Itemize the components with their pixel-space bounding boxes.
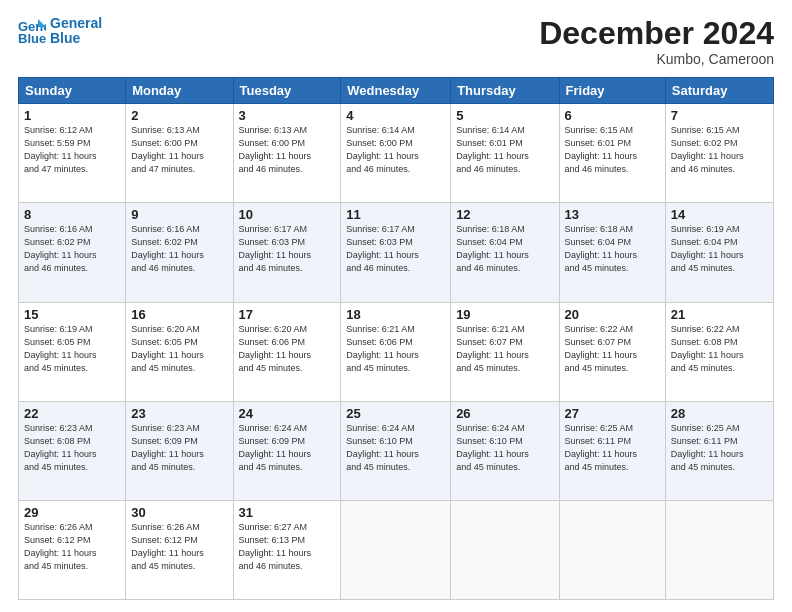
day-number: 23 (131, 406, 227, 421)
calendar-week-row: 22Sunrise: 6:23 AM Sunset: 6:08 PM Dayli… (19, 401, 774, 500)
day-number: 27 (565, 406, 660, 421)
calendar-cell: 10Sunrise: 6:17 AM Sunset: 6:03 PM Dayli… (233, 203, 341, 302)
calendar-cell: 6Sunrise: 6:15 AM Sunset: 6:01 PM Daylig… (559, 104, 665, 203)
day-number: 25 (346, 406, 445, 421)
day-detail: Sunrise: 6:24 AM Sunset: 6:10 PM Dayligh… (346, 422, 445, 474)
day-number: 16 (131, 307, 227, 322)
day-detail: Sunrise: 6:13 AM Sunset: 6:00 PM Dayligh… (131, 124, 227, 176)
page-header: General Blue General Blue December 2024 … (18, 16, 774, 67)
day-detail: Sunrise: 6:21 AM Sunset: 6:06 PM Dayligh… (346, 323, 445, 375)
day-number: 29 (24, 505, 120, 520)
day-number: 22 (24, 406, 120, 421)
calendar-cell: 27Sunrise: 6:25 AM Sunset: 6:11 PM Dayli… (559, 401, 665, 500)
weekday-header-friday: Friday (559, 78, 665, 104)
day-number: 19 (456, 307, 553, 322)
day-number: 9 (131, 207, 227, 222)
weekday-header-saturday: Saturday (665, 78, 773, 104)
svg-text:Blue: Blue (18, 31, 46, 45)
calendar-table: SundayMondayTuesdayWednesdayThursdayFrid… (18, 77, 774, 600)
calendar-week-row: 15Sunrise: 6:19 AM Sunset: 6:05 PM Dayli… (19, 302, 774, 401)
day-detail: Sunrise: 6:18 AM Sunset: 6:04 PM Dayligh… (565, 223, 660, 275)
day-number: 8 (24, 207, 120, 222)
calendar-cell: 28Sunrise: 6:25 AM Sunset: 6:11 PM Dayli… (665, 401, 773, 500)
day-detail: Sunrise: 6:15 AM Sunset: 6:02 PM Dayligh… (671, 124, 768, 176)
calendar-week-row: 8Sunrise: 6:16 AM Sunset: 6:02 PM Daylig… (19, 203, 774, 302)
day-number: 15 (24, 307, 120, 322)
calendar-cell: 24Sunrise: 6:24 AM Sunset: 6:09 PM Dayli… (233, 401, 341, 500)
day-number: 12 (456, 207, 553, 222)
calendar-cell: 23Sunrise: 6:23 AM Sunset: 6:09 PM Dayli… (126, 401, 233, 500)
day-detail: Sunrise: 6:13 AM Sunset: 6:00 PM Dayligh… (239, 124, 336, 176)
calendar-cell: 3Sunrise: 6:13 AM Sunset: 6:00 PM Daylig… (233, 104, 341, 203)
calendar-cell: 16Sunrise: 6:20 AM Sunset: 6:05 PM Dayli… (126, 302, 233, 401)
day-detail: Sunrise: 6:17 AM Sunset: 6:03 PM Dayligh… (239, 223, 336, 275)
day-number: 17 (239, 307, 336, 322)
calendar-cell: 21Sunrise: 6:22 AM Sunset: 6:08 PM Dayli… (665, 302, 773, 401)
day-detail: Sunrise: 6:18 AM Sunset: 6:04 PM Dayligh… (456, 223, 553, 275)
day-number: 2 (131, 108, 227, 123)
day-detail: Sunrise: 6:26 AM Sunset: 6:12 PM Dayligh… (131, 521, 227, 573)
calendar-cell: 11Sunrise: 6:17 AM Sunset: 6:03 PM Dayli… (341, 203, 451, 302)
day-detail: Sunrise: 6:21 AM Sunset: 6:07 PM Dayligh… (456, 323, 553, 375)
day-number: 5 (456, 108, 553, 123)
calendar-cell: 9Sunrise: 6:16 AM Sunset: 6:02 PM Daylig… (126, 203, 233, 302)
day-number: 20 (565, 307, 660, 322)
day-number: 6 (565, 108, 660, 123)
weekday-header-wednesday: Wednesday (341, 78, 451, 104)
day-detail: Sunrise: 6:14 AM Sunset: 6:01 PM Dayligh… (456, 124, 553, 176)
day-number: 31 (239, 505, 336, 520)
day-number: 14 (671, 207, 768, 222)
day-number: 18 (346, 307, 445, 322)
calendar-cell: 29Sunrise: 6:26 AM Sunset: 6:12 PM Dayli… (19, 500, 126, 599)
calendar-cell: 22Sunrise: 6:23 AM Sunset: 6:08 PM Dayli… (19, 401, 126, 500)
day-detail: Sunrise: 6:25 AM Sunset: 6:11 PM Dayligh… (565, 422, 660, 474)
day-detail: Sunrise: 6:20 AM Sunset: 6:05 PM Dayligh… (131, 323, 227, 375)
day-detail: Sunrise: 6:20 AM Sunset: 6:06 PM Dayligh… (239, 323, 336, 375)
weekday-header-thursday: Thursday (451, 78, 559, 104)
calendar-cell: 8Sunrise: 6:16 AM Sunset: 6:02 PM Daylig… (19, 203, 126, 302)
calendar-cell: 17Sunrise: 6:20 AM Sunset: 6:06 PM Dayli… (233, 302, 341, 401)
day-number: 3 (239, 108, 336, 123)
day-detail: Sunrise: 6:12 AM Sunset: 5:59 PM Dayligh… (24, 124, 120, 176)
day-detail: Sunrise: 6:23 AM Sunset: 6:09 PM Dayligh… (131, 422, 227, 474)
calendar-cell (559, 500, 665, 599)
day-detail: Sunrise: 6:16 AM Sunset: 6:02 PM Dayligh… (24, 223, 120, 275)
calendar-cell: 15Sunrise: 6:19 AM Sunset: 6:05 PM Dayli… (19, 302, 126, 401)
logo-icon: General Blue (18, 17, 46, 45)
calendar-page: General Blue General Blue December 2024 … (0, 0, 792, 612)
calendar-cell: 19Sunrise: 6:21 AM Sunset: 6:07 PM Dayli… (451, 302, 559, 401)
location: Kumbo, Cameroon (539, 51, 774, 67)
day-number: 28 (671, 406, 768, 421)
calendar-cell: 20Sunrise: 6:22 AM Sunset: 6:07 PM Dayli… (559, 302, 665, 401)
weekday-header-sunday: Sunday (19, 78, 126, 104)
day-number: 24 (239, 406, 336, 421)
day-detail: Sunrise: 6:24 AM Sunset: 6:10 PM Dayligh… (456, 422, 553, 474)
day-number: 26 (456, 406, 553, 421)
title-area: December 2024 Kumbo, Cameroon (539, 16, 774, 67)
calendar-cell: 1Sunrise: 6:12 AM Sunset: 5:59 PM Daylig… (19, 104, 126, 203)
day-detail: Sunrise: 6:15 AM Sunset: 6:01 PM Dayligh… (565, 124, 660, 176)
calendar-week-row: 29Sunrise: 6:26 AM Sunset: 6:12 PM Dayli… (19, 500, 774, 599)
day-detail: Sunrise: 6:23 AM Sunset: 6:08 PM Dayligh… (24, 422, 120, 474)
calendar-cell: 30Sunrise: 6:26 AM Sunset: 6:12 PM Dayli… (126, 500, 233, 599)
day-detail: Sunrise: 6:19 AM Sunset: 6:04 PM Dayligh… (671, 223, 768, 275)
calendar-cell: 12Sunrise: 6:18 AM Sunset: 6:04 PM Dayli… (451, 203, 559, 302)
calendar-cell: 5Sunrise: 6:14 AM Sunset: 6:01 PM Daylig… (451, 104, 559, 203)
logo: General Blue General Blue (18, 16, 102, 47)
day-detail: Sunrise: 6:27 AM Sunset: 6:13 PM Dayligh… (239, 521, 336, 573)
logo-text: General Blue (50, 16, 102, 47)
calendar-week-row: 1Sunrise: 6:12 AM Sunset: 5:59 PM Daylig… (19, 104, 774, 203)
day-number: 1 (24, 108, 120, 123)
weekday-header-row: SundayMondayTuesdayWednesdayThursdayFrid… (19, 78, 774, 104)
calendar-cell: 18Sunrise: 6:21 AM Sunset: 6:06 PM Dayli… (341, 302, 451, 401)
day-number: 7 (671, 108, 768, 123)
day-number: 13 (565, 207, 660, 222)
day-detail: Sunrise: 6:17 AM Sunset: 6:03 PM Dayligh… (346, 223, 445, 275)
calendar-cell: 4Sunrise: 6:14 AM Sunset: 6:00 PM Daylig… (341, 104, 451, 203)
day-detail: Sunrise: 6:16 AM Sunset: 6:02 PM Dayligh… (131, 223, 227, 275)
day-detail: Sunrise: 6:19 AM Sunset: 6:05 PM Dayligh… (24, 323, 120, 375)
calendar-cell: 31Sunrise: 6:27 AM Sunset: 6:13 PM Dayli… (233, 500, 341, 599)
day-number: 11 (346, 207, 445, 222)
day-detail: Sunrise: 6:14 AM Sunset: 6:00 PM Dayligh… (346, 124, 445, 176)
day-detail: Sunrise: 6:24 AM Sunset: 6:09 PM Dayligh… (239, 422, 336, 474)
